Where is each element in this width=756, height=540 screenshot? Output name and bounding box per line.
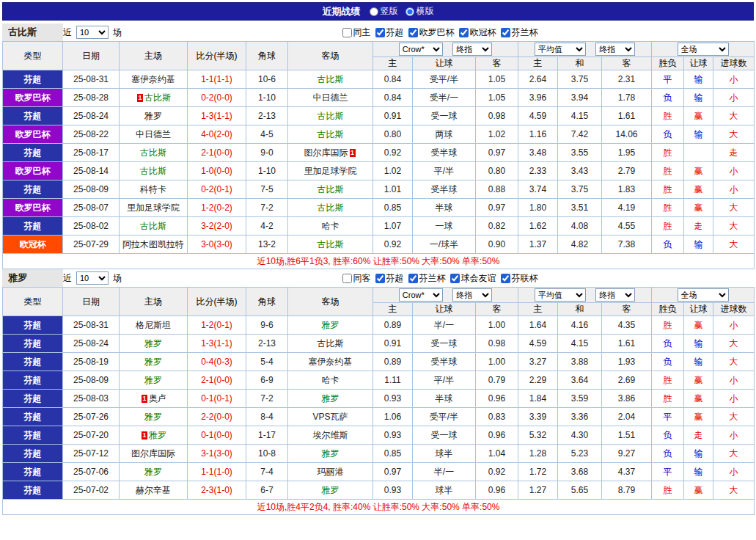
col-euro-away: 客 (602, 303, 652, 316)
home-team-cell: 古比斯 (120, 162, 188, 180)
layout-radio-横版[interactable]: 横版 (405, 5, 434, 18)
scope-select[interactable]: 全场 (678, 43, 729, 56)
league-filter-芬兰杯[interactable]: 芬兰杯 (408, 272, 446, 285)
result-handicap: 赢 (684, 390, 713, 408)
layout-radio-input[interactable] (370, 7, 378, 16)
focus-team-name: 雅罗 (322, 448, 340, 459)
asian-odds-controls: Crow* 终指 (373, 42, 518, 57)
league-filter-芬超[interactable]: 芬超 (375, 272, 404, 285)
team-name-header: 雅罗 (2, 269, 63, 287)
match-row: 欧罗巴杯25-08-14古比斯1-0(0-0)1-10里加足球学院1.02平/半… (3, 162, 755, 180)
euro-away-odds: 1.95 (602, 144, 652, 162)
league-filter-同主[interactable]: 同主 (342, 26, 371, 39)
away-team-cell: 古比斯 (288, 335, 373, 353)
result-goals: 大 (713, 335, 755, 353)
match-row: 欧罗巴杯25-08-281古比斯0-2(0-0)1-10中日德兰0.84受半/一… (3, 89, 755, 107)
league-filter-checkbox[interactable] (408, 274, 418, 283)
asian-away-odds: 1.05 (476, 70, 518, 89)
recent-count-select[interactable]: 10 (76, 271, 109, 285)
league-filter-同客[interactable]: 同客 (342, 272, 371, 285)
league-filter-checkbox[interactable] (501, 28, 510, 37)
league-filter-欧冠杯[interactable]: 欧冠杯 (459, 26, 496, 39)
asian-stage-select[interactable]: 终指 (452, 288, 492, 302)
corners-cell: 5-4 (246, 353, 288, 371)
league-filter-checkbox[interactable] (342, 28, 352, 37)
euro-draw-odds: 3.75 (558, 180, 602, 199)
league-filter-芬超[interactable]: 芬超 (375, 26, 404, 39)
focus-team-name: 古比斯 (140, 147, 166, 158)
asian-home-odds: 0.93 (373, 481, 413, 500)
euro-source-select[interactable]: 平均值 (535, 43, 586, 56)
league-filter-checkbox[interactable] (450, 274, 460, 283)
league-filter-checkbox[interactable] (342, 274, 352, 283)
scope-select[interactable]: 全场 (678, 288, 729, 302)
corners-cell: 6-7 (246, 481, 288, 500)
away-team-cell: 古比斯 (288, 180, 373, 199)
focus-team-name: 古比斯 (318, 239, 344, 249)
away-team-cell: 中日德兰 (288, 89, 373, 107)
league-filter-checkbox[interactable] (501, 274, 510, 283)
team-name: 中日德兰 (313, 92, 348, 103)
filter-bar: 近 10 场 同客芬超芬兰杯球会友谊芬联杯 (63, 269, 754, 287)
match-row: 欧罗巴杯25-08-22中日德兰4-0(2-0)4-5古比斯0.80两球1.02… (3, 125, 755, 144)
euro-draw-odds: 3.43 (558, 162, 602, 180)
euro-stage-select[interactable]: 终指 (595, 43, 635, 56)
league-filter-checkbox[interactable] (408, 28, 418, 37)
asian-source-select[interactable]: Crow* (399, 288, 443, 302)
home-team-cell: 雅罗 (120, 408, 188, 426)
team-name: 科特卡 (140, 184, 166, 194)
away-team-cell: 埃尔维斯 (288, 426, 373, 445)
asian-handicap-line: 一球 (413, 217, 476, 236)
focus-team-name: 雅罗 (144, 375, 162, 385)
asian-away-odds: 0.79 (476, 371, 518, 390)
league-filter-芬联杯[interactable]: 芬联杯 (501, 272, 538, 285)
result-outcome: 负 (652, 353, 684, 371)
asian-handicap-line: 受半球 (413, 144, 476, 162)
asian-away-odds: 0.80 (476, 162, 518, 180)
asian-handicap-line: 受半/一 (413, 89, 476, 107)
corners-cell: 2-13 (246, 107, 288, 125)
league-filter-checkbox[interactable] (375, 28, 385, 37)
corners-cell: 4-2 (246, 217, 288, 236)
asian-home-odds: 0.91 (373, 335, 413, 353)
match-row: 欧罗巴杯25-08-07里加足球学院1-2(0-2)7-2古比斯0.85半球0.… (3, 199, 755, 217)
asian-stage-select[interactable]: 终指 (452, 43, 492, 56)
focus-team-name: 雅罗 (144, 338, 162, 349)
corners-cell: 10-6 (246, 70, 288, 89)
away-team-cell: 图尔库国际1 (288, 144, 373, 162)
layout-radio-label: 竖版 (381, 5, 398, 18)
home-team-cell: 中日德兰 (120, 125, 188, 144)
home-team-cell: 塞伊奈约基 (120, 70, 188, 89)
result-outcome: 负 (652, 236, 684, 254)
league-filter-欧罗巴杯[interactable]: 欧罗巴杯 (408, 26, 455, 39)
euro-odds-controls: 平均值 终指 (518, 42, 652, 57)
euro-source-select[interactable]: 平均值 (535, 288, 586, 302)
result-goals: 大 (713, 353, 755, 371)
asian-away-odds: 0.96 (476, 426, 518, 445)
league-filter-球会友谊[interactable]: 球会友谊 (450, 272, 496, 285)
asian-away-odds: 1.02 (476, 125, 518, 144)
team-name: 塞伊奈约基 (131, 74, 175, 84)
result-goals: 大 (713, 408, 755, 426)
asian-home-odds: 0.92 (373, 144, 413, 162)
euro-stage-select[interactable]: 终指 (595, 288, 635, 302)
result-outcome: 平 (652, 70, 684, 89)
league-filter-芬兰杯[interactable]: 芬兰杯 (501, 26, 538, 39)
league-filter-checkbox[interactable] (459, 28, 469, 37)
result-handicap: 赢 (684, 371, 713, 390)
home-team-cell: 雅罗 (120, 335, 188, 353)
matches-table: 类型 日期 主场 比分(半场) 角球 客场 Crow* 终指 平均值 终指 (2, 287, 755, 515)
league-badge: 芬超 (3, 180, 63, 199)
layout-radio-input[interactable] (405, 7, 414, 16)
league-badge: 芬超 (3, 481, 63, 500)
league-filter-checkbox[interactable] (375, 274, 385, 283)
euro-away-odds: 8.79 (602, 481, 652, 500)
team-name: 塞伊奈约基 (309, 357, 353, 367)
col-corner: 角球 (246, 42, 288, 70)
layout-radio-竖版[interactable]: 竖版 (370, 5, 398, 18)
recent-count-select[interactable]: 10 (76, 26, 109, 39)
result-goals: 大 (713, 199, 755, 217)
team-name: 图尔库国际 (304, 147, 348, 158)
asian-handicap-line: 受平/半 (413, 408, 476, 426)
asian-source-select[interactable]: Crow* (399, 43, 443, 56)
